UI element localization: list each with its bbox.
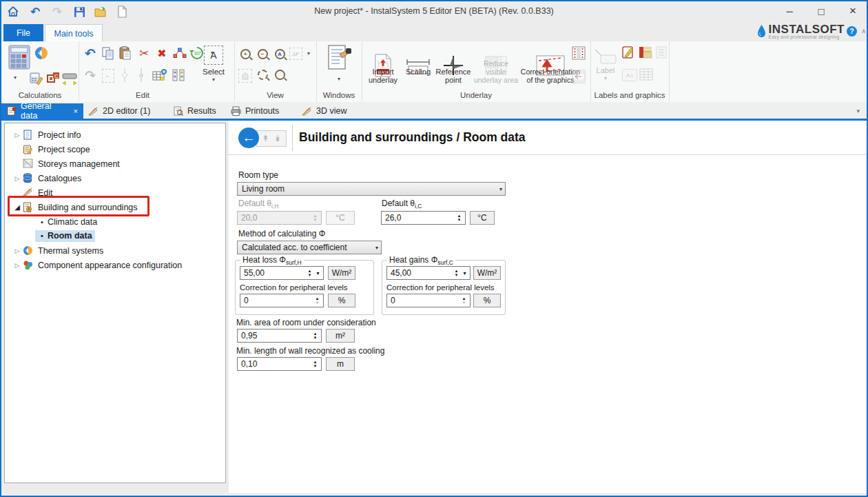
expander-icon[interactable]: ▷ xyxy=(13,132,21,139)
default-cooling-temp-input[interactable]: 26,0 ▴▾ xyxy=(381,211,466,225)
printouts-tab-icon xyxy=(231,106,241,116)
default-cooling-temp-unit-button[interactable]: °C xyxy=(470,211,495,225)
view-caret-icon[interactable]: ▾ xyxy=(304,50,313,57)
doc-tab-2d-editor[interactable]: 2D editor (1) xyxy=(83,103,169,119)
tabstrip-overflow-icon[interactable]: ▾ xyxy=(856,108,860,114)
radiator-calc-icon[interactable] xyxy=(61,70,78,85)
edit-graphic-icon[interactable] xyxy=(621,45,636,60)
expander-icon[interactable]: ▷ xyxy=(13,262,21,269)
group-label-edit: Edit xyxy=(79,91,207,99)
tree-label: Thermal systems xyxy=(38,246,103,256)
svg-text:…: … xyxy=(604,57,610,63)
heat-gains-input[interactable]: 45,00 ▴▾ ▾ xyxy=(386,266,471,280)
thermal-calc-icon[interactable] xyxy=(33,45,50,61)
scroll-down-button[interactable]: ↡ xyxy=(274,134,281,143)
spinner-arrows[interactable]: ▴▾ xyxy=(452,269,461,277)
doc-tab-results[interactable]: Results xyxy=(168,103,229,119)
scaling-button[interactable]: 1·2·3 Scaling xyxy=(403,43,433,88)
heat-loss-correction-unit-button[interactable]: % xyxy=(328,294,355,307)
tab-close-icon[interactable]: × xyxy=(74,107,78,115)
tab-main-tools[interactable]: Main tools xyxy=(45,24,103,42)
app-window: ↶ ↷ New project* - InstalSystem 5 Editor… xyxy=(0,0,868,497)
tree-item-climatic-data[interactable]: • Climatic data xyxy=(5,214,225,229)
help-icon[interactable]: ? xyxy=(847,26,857,37)
default-cooling-temp-value: 26,0 xyxy=(385,213,455,223)
building-surroundings-icon xyxy=(23,202,34,212)
calculations-caret-icon[interactable]: ▾ xyxy=(11,74,19,81)
zoom-in-icon[interactable]: + xyxy=(238,47,252,61)
spinner-arrows[interactable]: ▴▾ xyxy=(459,296,468,305)
bullet-icon: • xyxy=(38,218,46,226)
zoom-all-icon[interactable]: A xyxy=(273,47,287,61)
min-length-input[interactable]: 0,10 ▴▾ xyxy=(237,357,322,371)
ribbon-collapse-icon[interactable]: ∧ xyxy=(861,28,866,34)
tree-item-building-surroundings[interactable]: ◢ Building and surroundings xyxy=(5,200,225,214)
copy-icon[interactable] xyxy=(101,45,116,61)
doc-tab-general-data[interactable]: General data × xyxy=(1,103,83,119)
tree-item-room-data[interactable]: • Room data xyxy=(5,229,225,243)
room-type-label: Room type xyxy=(238,170,278,180)
tab-file[interactable]: File xyxy=(3,24,43,41)
calc-variant-icon[interactable]: C xyxy=(45,70,61,85)
spinner-arrows[interactable]: ▴▾ xyxy=(305,269,314,277)
tree-item-storeys-management[interactable]: Storeys management xyxy=(5,156,225,171)
paste-icon[interactable] xyxy=(118,45,133,61)
min-area-input[interactable]: 0,95 ▴▾ xyxy=(237,329,322,343)
tree-item-project-info[interactable]: ▷ Project info xyxy=(5,128,225,142)
doc-tab-3d-view[interactable]: 3D view xyxy=(296,103,358,119)
heat-loss-unit-button[interactable]: W/m² xyxy=(328,266,355,280)
dropdown-caret-icon[interactable]: ▾ xyxy=(461,270,468,276)
delete-icon[interactable]: ✖ xyxy=(154,45,169,61)
doc-tab-printouts[interactable]: Printouts xyxy=(225,103,294,119)
edit-nodes-icon[interactable] xyxy=(172,45,187,61)
heat-loss-correction-input[interactable]: 0 ▴▾ xyxy=(240,294,324,307)
room-data-panel: ← ↟ ↡ Building and surroundings / Room d… xyxy=(229,121,868,493)
select-button[interactable]: A Select ▾ xyxy=(198,44,229,84)
tree-item-thermal-systems[interactable]: ▷ Thermal systems xyxy=(5,243,225,258)
spinner-arrows[interactable]: ▴▾ xyxy=(455,214,464,222)
scroll-up-button[interactable]: ↟ xyxy=(262,134,269,143)
calculations-icon[interactable] xyxy=(7,45,32,70)
columns-layout-icon[interactable] xyxy=(170,68,187,83)
import-underlay-button[interactable]: BASE Import underlay xyxy=(363,43,403,88)
tree-item-catalogues[interactable]: ▷ Catalogues xyxy=(5,171,225,185)
underlay-columns-icon[interactable] xyxy=(571,45,586,61)
windows-icon[interactable] xyxy=(325,44,353,73)
close-button[interactable]: × xyxy=(839,1,867,21)
heat-loss-input[interactable]: 55,00 ▴▾ ▾ xyxy=(240,266,324,280)
tree-item-project-scope[interactable]: Project scope xyxy=(5,142,225,156)
tree-item-component-appearance[interactable]: ▷ Component appearance configuration xyxy=(5,258,225,272)
heat-gains-correction-input[interactable]: 0 ▴▾ xyxy=(386,294,471,307)
expander-icon[interactable]: ▷ xyxy=(13,247,21,254)
heat-gains-unit-button[interactable]: W/m² xyxy=(473,266,501,280)
dropdown-caret-icon[interactable]: ▾ xyxy=(314,270,322,276)
expander-icon[interactable]: ◢ xyxy=(13,203,21,211)
tree-label: Building and surroundings xyxy=(38,203,138,212)
spinner-arrows[interactable]: ▴▾ xyxy=(313,296,322,305)
droplet-icon xyxy=(757,25,766,41)
min-length-unit-button[interactable]: m xyxy=(326,357,355,371)
spinner-arrows[interactable]: ▴▾ xyxy=(311,360,320,368)
bullet-icon: • xyxy=(38,232,46,240)
back-button[interactable]: ← xyxy=(238,128,259,148)
calc-settings-icon[interactable] xyxy=(29,70,44,85)
cut-icon[interactable]: ✂ xyxy=(136,45,152,61)
tree-item-edit[interactable]: Edit xyxy=(5,185,225,200)
spinner-arrows[interactable]: ▴▾ xyxy=(311,332,320,340)
zoom-window-icon[interactable] xyxy=(256,68,269,81)
reference-point-button[interactable]: Reference point xyxy=(433,43,473,88)
minimize-button[interactable]: ─ xyxy=(776,1,803,21)
room-type-select[interactable]: Living room ▾ xyxy=(237,182,506,196)
min-area-unit-button[interactable]: m² xyxy=(326,329,355,343)
method-select[interactable]: Calculated acc. to coefficient ▾ xyxy=(237,241,382,254)
catalogues-icon xyxy=(23,173,34,183)
maximize-button[interactable]: □ xyxy=(807,1,835,21)
expander-icon[interactable]: ▷ xyxy=(13,175,21,182)
zoom-extents-icon[interactable] xyxy=(273,68,287,81)
legend-icon[interactable] xyxy=(637,45,654,60)
edit-undo-icon[interactable]: ↶ xyxy=(83,45,98,61)
insert-table-row-icon[interactable] xyxy=(152,68,168,83)
zoom-out-icon[interactable]: − xyxy=(256,47,269,61)
windows-caret-icon[interactable]: ▾ xyxy=(335,76,343,82)
heat-gains-correction-unit-button[interactable]: % xyxy=(473,294,501,307)
